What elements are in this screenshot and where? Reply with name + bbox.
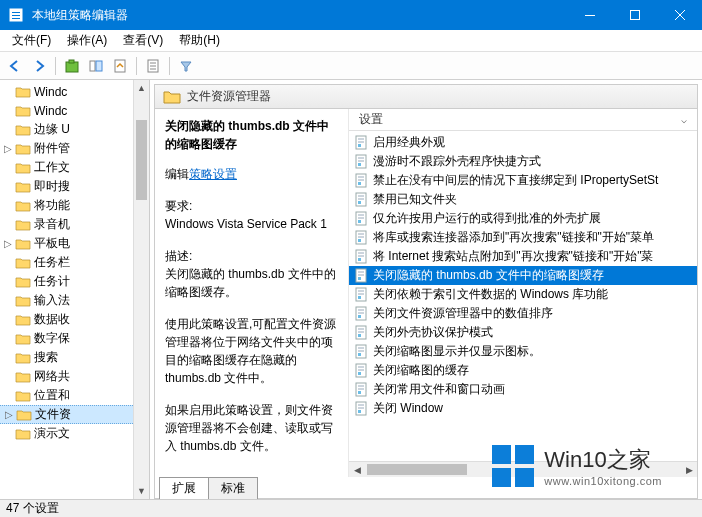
menu-action[interactable]: 操作(A) [59, 30, 115, 51]
toolbar-separator [55, 57, 56, 75]
list-item[interactable]: 将库或搜索连接器添加到"再次搜索"链接和"开始"菜单 [349, 228, 697, 247]
policy-icon [353, 268, 369, 284]
svg-rect-28 [358, 182, 361, 185]
status-bar: 47 个设置 [0, 499, 702, 517]
view-tabs: 扩展 标准 [154, 477, 698, 499]
filter-button[interactable] [175, 55, 197, 77]
tree-item-label: 数字保 [34, 330, 70, 347]
forward-button[interactable] [28, 55, 50, 77]
description-label: 描述: [165, 247, 338, 265]
list-item[interactable]: 关闭依赖于索引文件数据的 Windows 库功能 [349, 285, 697, 304]
show-hide-button[interactable] [85, 55, 107, 77]
toolbar-separator [136, 57, 137, 75]
hscroll-thumb[interactable] [367, 464, 467, 475]
tree-scrollbar[interactable]: ▲ ▼ [133, 80, 149, 499]
scroll-left-arrow[interactable]: ◀ [349, 465, 365, 475]
list-item[interactable]: 关闭 Window [349, 399, 697, 418]
tree-item[interactable]: 任务栏 [0, 253, 149, 272]
tree-item-label: 演示文 [34, 425, 70, 442]
edit-policy-link[interactable]: 策略设置 [189, 167, 237, 181]
tree-item[interactable]: ▷平板电 [0, 234, 149, 253]
minimize-button[interactable] [567, 0, 612, 30]
tree-view[interactable]: WindcWindc边缘 U▷附件管工作文即时搜将功能录音机▷平板电任务栏任务计… [0, 80, 150, 499]
list-item[interactable]: 仅允许按用户运行的或得到批准的外壳扩展 [349, 209, 697, 228]
close-button[interactable] [657, 0, 702, 30]
list-item[interactable]: 禁止在没有中间层的情况下直接绑定到 IPropertySetSt [349, 171, 697, 190]
tab-standard[interactable]: 标准 [208, 477, 258, 499]
description-panel: 关闭隐藏的 thumbs.db 文件中的缩略图缓存 编辑策略设置 要求: Win… [155, 109, 349, 477]
tree-item[interactable]: 工作文 [0, 158, 149, 177]
folder-icon [163, 89, 181, 105]
requirements-label: 要求: [165, 197, 338, 215]
svg-rect-4 [585, 15, 595, 16]
description-text-3: 如果启用此策略设置，则文件资源管理器将不会创建、读取或写入 thumbs.db … [165, 401, 338, 455]
folder-icon [16, 408, 32, 422]
folder-icon [15, 123, 31, 137]
tree-item-label: 附件管 [34, 140, 70, 157]
list-item[interactable]: 关闭缩略图的缓存 [349, 361, 697, 380]
tree-item[interactable]: 录音机 [0, 215, 149, 234]
policy-icon [353, 344, 369, 360]
list-item[interactable]: 启用经典外观 [349, 133, 697, 152]
status-text: 47 个设置 [6, 500, 59, 517]
tree-item[interactable]: 任务计 [0, 272, 149, 291]
folder-icon [15, 313, 31, 327]
tree-item[interactable]: 搜索 [0, 348, 149, 367]
tree-item[interactable]: 数据收 [0, 310, 149, 329]
chevron-down-icon: ⌵ [681, 114, 687, 125]
scroll-down-arrow[interactable]: ▼ [134, 483, 149, 499]
folder-icon [15, 199, 31, 213]
tree-scroll-thumb[interactable] [136, 120, 147, 200]
list-item[interactable]: 禁用已知文件夹 [349, 190, 697, 209]
tree-item[interactable]: ▷附件管 [0, 139, 149, 158]
list-item[interactable]: 关闭常用文件和窗口动画 [349, 380, 697, 399]
policy-icon [353, 363, 369, 379]
back-button[interactable] [4, 55, 26, 77]
menu-help[interactable]: 帮助(H) [171, 30, 228, 51]
expander-icon[interactable]: ▷ [3, 409, 15, 420]
list-item[interactable]: 将 Internet 搜索站点附加到"再次搜索"链接和"开始"菜 [349, 247, 697, 266]
expander-icon[interactable]: ▷ [2, 143, 14, 154]
tree-item-label: 数据收 [34, 311, 70, 328]
up-button[interactable] [61, 55, 83, 77]
folder-icon [15, 85, 31, 99]
window-controls [567, 0, 702, 30]
tree-item[interactable]: Windc [0, 101, 149, 120]
tab-extended[interactable]: 扩展 [159, 477, 209, 499]
tree-item[interactable]: 将功能 [0, 196, 149, 215]
scroll-up-arrow[interactable]: ▲ [134, 80, 149, 96]
tree-item[interactable]: 输入法 [0, 291, 149, 310]
list-item[interactable]: 关闭隐藏的 thumbs.db 文件中的缩略图缓存 [349, 266, 697, 285]
list-item[interactable]: 漫游时不跟踪外壳程序快捷方式 [349, 152, 697, 171]
window-title: 本地组策略编辑器 [32, 7, 567, 24]
export-button[interactable] [109, 55, 131, 77]
list-column-header[interactable]: 设置 ⌵ [349, 109, 697, 131]
menu-view[interactable]: 查看(V) [115, 30, 171, 51]
tree-item[interactable]: 数字保 [0, 329, 149, 348]
horizontal-scrollbar[interactable]: ◀ ▶ [349, 461, 697, 477]
list-item-label: 关闭缩略图的缓存 [373, 362, 469, 379]
tree-item[interactable]: 网络共 [0, 367, 149, 386]
list-item[interactable]: 关闭缩略图显示并仅显示图标。 [349, 342, 697, 361]
tree-item[interactable]: 边缘 U [0, 120, 149, 139]
svg-rect-20 [358, 144, 361, 147]
expander-icon[interactable]: ▷ [2, 238, 14, 249]
properties-button[interactable] [142, 55, 164, 77]
list-item[interactable]: 关闭文件资源管理器中的数值排序 [349, 304, 697, 323]
settings-list[interactable]: 启用经典外观漫游时不跟踪外壳程序快捷方式禁止在没有中间层的情况下直接绑定到 IP… [349, 131, 697, 461]
tree-item[interactable]: 演示文 [0, 424, 149, 443]
tree-item[interactable]: 即时搜 [0, 177, 149, 196]
menu-file[interactable]: 文件(F) [4, 30, 59, 51]
list-item[interactable]: 关闭外壳协议保护模式 [349, 323, 697, 342]
folder-icon [15, 104, 31, 118]
tree-item-label: Windc [34, 85, 67, 99]
tree-item[interactable]: Windc [0, 82, 149, 101]
policy-icon [353, 249, 369, 265]
tree-item[interactable]: ▷文件资 [0, 405, 149, 424]
scroll-right-arrow[interactable]: ▶ [681, 465, 697, 475]
requirements-value: Windows Vista Service Pack 1 [165, 215, 338, 233]
tree-item[interactable]: 位置和 [0, 386, 149, 405]
maximize-button[interactable] [612, 0, 657, 30]
svg-rect-1 [12, 12, 20, 13]
svg-rect-11 [96, 61, 102, 71]
